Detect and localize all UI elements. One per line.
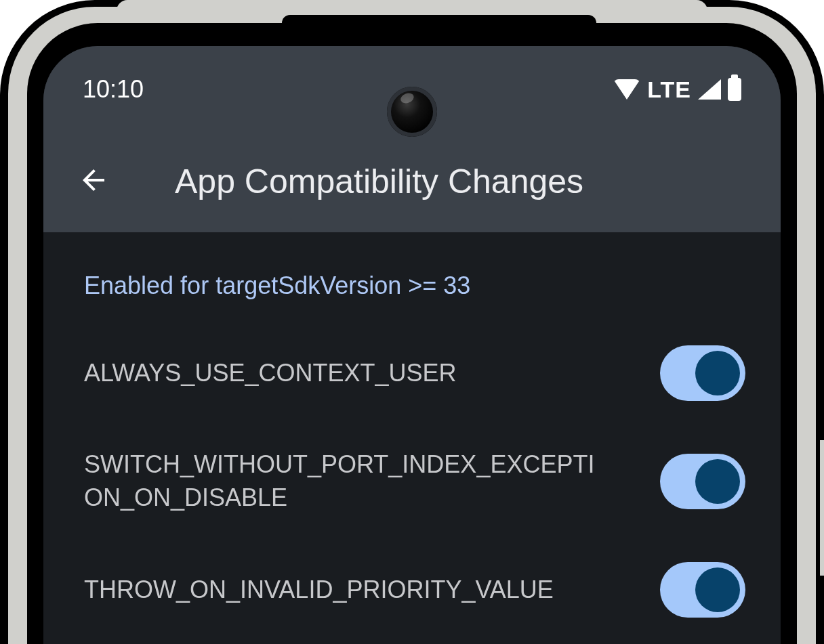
- compat-change-item-1[interactable]: SWITCH_WITHOUT_PORT_INDEX_EXCEPTION_ON_D…: [43, 427, 781, 536]
- compat-change-item-0[interactable]: ALWAYS_USE_CONTEXT_USER: [43, 319, 781, 427]
- toggle-switch[interactable]: [660, 345, 745, 401]
- arrow-left-icon: [77, 164, 110, 199]
- front-camera: [387, 87, 437, 137]
- toggle-knob: [695, 459, 740, 504]
- battery-icon: [728, 78, 741, 101]
- compat-change-label: ALWAYS_USE_CONTEXT_USER: [84, 357, 456, 390]
- power-button[interactable]: [820, 440, 824, 576]
- cellular-signal-icon: [698, 79, 721, 100]
- back-button[interactable]: [73, 161, 114, 202]
- page-title: App Compatibility Changes: [175, 162, 583, 201]
- status-and-app-bar-background: 10:10 LTE App Compatibility Changes: [43, 46, 781, 232]
- toggle-knob: [695, 351, 740, 395]
- toggle-switch[interactable]: [660, 454, 745, 509]
- phone-frame: 10:10 LTE App Compatibility Changes: [0, 0, 824, 644]
- compat-change-label: THROW_ON_INVALID_PRIORITY_VALUE: [84, 574, 554, 607]
- phone-notch-key: [282, 15, 596, 35]
- toggle-switch[interactable]: [660, 562, 745, 618]
- phone-screen: 10:10 LTE App Compatibility Changes: [43, 46, 781, 644]
- toggle-knob: [695, 567, 740, 612]
- app-bar: App Compatibility Changes: [43, 148, 781, 215]
- network-type-label: LTE: [647, 77, 691, 103]
- wifi-icon: [613, 79, 640, 100]
- settings-list[interactable]: Enabled for targetSdkVersion >= 33 ALWAY…: [43, 232, 781, 644]
- status-clock: 10:10: [83, 75, 144, 104]
- compat-change-item-2[interactable]: THROW_ON_INVALID_PRIORITY_VALUE: [43, 536, 781, 644]
- section-header: Enabled for targetSdkVersion >= 33: [43, 232, 781, 319]
- compat-change-label: SWITCH_WITHOUT_PORT_INDEX_EXCEPTION_ON_D…: [84, 448, 613, 514]
